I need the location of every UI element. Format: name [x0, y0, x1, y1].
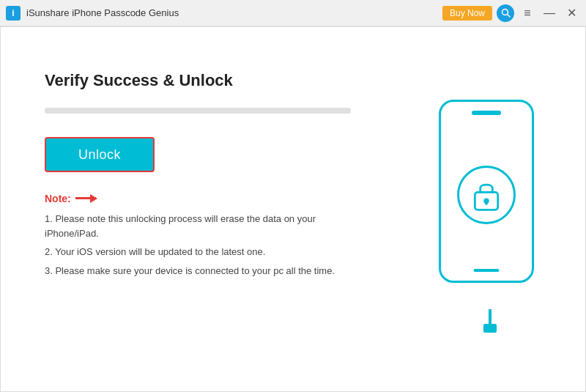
- title-bar: i iSunshare iPhone Passcode Genius Buy N…: [0, 0, 586, 26]
- minimize-button[interactable]: —: [541, 4, 558, 22]
- usb-cable: [483, 309, 497, 333]
- note-section: Note: 1. Please note this unlocking proc…: [45, 193, 351, 282]
- phone-body: [439, 100, 534, 283]
- svg-line-1: [507, 15, 510, 18]
- phone-illustration: [439, 100, 541, 305]
- note-arrow-icon: [75, 193, 102, 204]
- note-item-2: 2. Your iOS version will be updated to t…: [45, 245, 351, 259]
- note-item-1: 1. Please note this unlocking process wi…: [45, 212, 351, 240]
- search-icon: [501, 8, 511, 18]
- left-panel: Verify Success & Unlock Unlock Note: 1. …: [1, 27, 395, 391]
- page-title: Verify Success & Unlock: [45, 71, 351, 90]
- phone-home-indicator: [474, 269, 500, 272]
- progress-bar-fill: [45, 108, 351, 114]
- cable-line: [489, 309, 492, 324]
- app-icon: i: [6, 6, 21, 21]
- lock-circle: [457, 166, 516, 224]
- usb-tip: [486, 324, 494, 328]
- note-label: Note:: [45, 193, 71, 204]
- menu-button[interactable]: ≡: [519, 4, 536, 22]
- app-title: iSunshare iPhone Passcode Genius: [26, 7, 442, 18]
- main-area: Verify Success & Unlock Unlock Note: 1. …: [0, 26, 586, 392]
- buy-now-button[interactable]: Buy Now: [442, 6, 492, 21]
- usb-connector: [483, 324, 497, 333]
- unlock-button[interactable]: Unlock: [45, 137, 155, 172]
- progress-bar-container: [45, 108, 351, 114]
- search-button[interactable]: [497, 4, 514, 22]
- title-bar-controls: Buy Now ≡ — ✕: [442, 4, 580, 22]
- close-button[interactable]: ✕: [563, 4, 580, 22]
- svg-rect-4: [485, 201, 488, 205]
- note-item-3: 3. Please make sure your device is conne…: [45, 264, 351, 278]
- phone-notch: [472, 111, 501, 115]
- lock-icon: [471, 177, 502, 212]
- note-header: Note:: [45, 193, 351, 204]
- right-panel: [395, 27, 585, 391]
